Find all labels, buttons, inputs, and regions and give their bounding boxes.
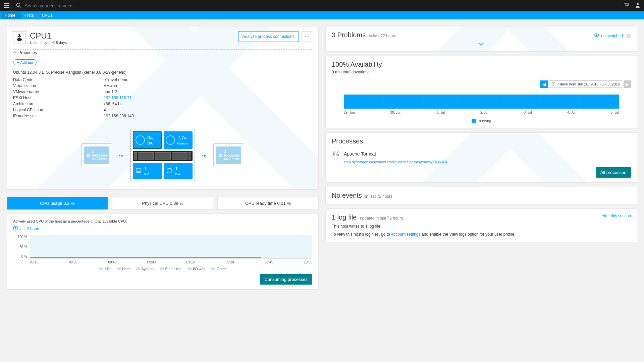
topbar (0, 0, 644, 11)
svg-rect-2 (625, 3, 629, 5)
tab-1[interactable]: Physical CPU 0.38 % (112, 197, 213, 209)
availability-title: 100% Availability (332, 61, 631, 68)
availability-sub: 0 min total downtime. (332, 70, 631, 74)
disk-tile[interactable]: 1Disk (164, 163, 193, 179)
crumb-home[interactable]: Home (1, 12, 20, 19)
process-name: Apache Tomcat (344, 151, 376, 157)
chart-plot-area (30, 235, 312, 258)
memory-tile[interactable]: 17%Memory (164, 131, 193, 149)
cpu-tile[interactable]: 0%CPU (133, 131, 162, 149)
prev-range-button[interactable]: ◀ (540, 80, 548, 88)
svg-point-8 (19, 37, 20, 37)
processes-title: Processes (332, 137, 631, 145)
host-title: CPU1 (30, 31, 234, 41)
property-row: Logical CPU cores4 (13, 107, 312, 113)
info-icon[interactable]: i (626, 34, 631, 38)
windows-icon[interactable] (624, 3, 629, 9)
arrow-icon: •·▸ (119, 153, 124, 158)
host-details-panel: CPU1 Uptime: over 418 days Analyze proce… (7, 26, 319, 190)
svg-point-13 (596, 35, 597, 36)
cpu-chart-panel: Actively used CPU of the host as a perce… (7, 214, 319, 290)
host-uptime: Uptime: over 418 days (30, 41, 234, 45)
all-processes-button[interactable]: All processes (596, 167, 631, 178)
crumb-current: CPU1 (39, 12, 57, 19)
tab-0[interactable]: CPU usage 0.2 % (7, 197, 108, 209)
clock-icon (13, 226, 18, 232)
legend-item[interactable]: User (117, 267, 130, 271)
analyze-connections-button[interactable]: Analyze process connections (238, 31, 299, 42)
tab-2[interactable]: CPU ready time 0.01 % (217, 197, 319, 209)
property-value: eTravel-demo (104, 77, 128, 82)
consuming-processes-button[interactable]: Consuming processes (260, 274, 312, 285)
downstream-processes[interactable]: ▦ 3 Processeson 2 hosts (213, 143, 244, 167)
legend-item[interactable]: Other (211, 267, 226, 271)
user-icon[interactable] (635, 3, 640, 9)
problems-panel: 3 Problems in last 72 hours not watched … (325, 26, 637, 52)
account-settings-link[interactable]: Account settings (391, 232, 420, 237)
process-item[interactable]: Apache Tomcat (332, 150, 631, 158)
legend-item[interactable]: System (136, 267, 154, 271)
clock-icon (551, 82, 555, 86)
logs-sub: updated in last 72 hours (360, 216, 403, 221)
logs-line2c: and enable the View logs option for your… (420, 232, 515, 237)
smartscape-diagram: ▦ 2 Processeson 1 hosts •·▸ 0%CPU 17%Mem… (13, 129, 312, 181)
host-os-icon (13, 31, 26, 44)
nic-tile[interactable]: 1NIC (133, 163, 162, 179)
server-graphic (133, 151, 193, 161)
watch-toggle[interactable]: not watched (594, 33, 623, 38)
plus-icon: + (17, 60, 19, 64)
events-sub: in last 72 hours (365, 194, 392, 199)
svg-rect-9 (136, 168, 141, 171)
hamburger-icon[interactable] (4, 3, 9, 9)
eye-icon (594, 33, 599, 38)
svg-point-6 (18, 35, 19, 36)
processes-panel: Processes Apache Tomcat com.dynatrace.ea… (325, 132, 637, 183)
upstream-processes[interactable]: ▦ 2 Processeson 1 hosts (81, 143, 112, 167)
property-key: VMware name (13, 89, 104, 94)
property-row: IP addresses192.168.238.143 (13, 113, 312, 119)
crumb-hosts[interactable]: Hosts (20, 12, 39, 19)
availability-legend: Running (332, 119, 631, 123)
add-tag-button[interactable]: +Add tag (13, 59, 37, 65)
svg-point-7 (20, 35, 21, 36)
expand-problems[interactable] (332, 42, 631, 47)
svg-point-0 (17, 3, 20, 6)
property-key: Architecture (13, 102, 104, 106)
problems-sub: in last 72 hours (369, 34, 396, 38)
tomcat-icon (332, 150, 340, 158)
legend-item[interactable]: I/O wait (187, 267, 205, 271)
metric-tabs: CPU usage 0.2 %Physical CPU 0.38 %CPU re… (7, 197, 319, 209)
range-selector[interactable]: 7 days from Jun 28, 2016 - Jul 5, 2016 (549, 80, 622, 88)
svg-point-3 (637, 3, 639, 5)
properties-toggle[interactable]: Properties (13, 49, 312, 56)
svg-point-5 (17, 38, 22, 41)
property-row: Architecturex86, 64-bit (13, 101, 312, 107)
property-row: VMware namecpu-1-2 (13, 89, 312, 95)
logs-line2a: To view this host's log files, go to (332, 232, 391, 237)
svg-point-15 (334, 154, 335, 154)
chevron-up-icon (13, 50, 16, 55)
property-value[interactable]: 192.168.118.71 (104, 96, 131, 100)
events-panel: No events in last 72 hours (325, 187, 637, 204)
property-row: ESXi Host192.168.118.71 (13, 95, 312, 101)
process-detail-link[interactable]: com.dynatrace.easytravel.cmdlauncher.jar… (344, 160, 631, 164)
search-icon (16, 3, 21, 9)
availability-panel: 100% Availability 0 min total downtime. … (325, 56, 637, 128)
hide-section-link[interactable]: Hide this section (601, 214, 631, 218)
property-key: Data Center (13, 77, 104, 82)
process-icon: ▦ (87, 154, 90, 157)
property-key: IP addresses (13, 114, 104, 118)
problems-title: 3 Problems (332, 31, 366, 39)
search-input[interactable] (25, 3, 624, 8)
more-actions-button[interactable]: ⋯ (302, 31, 312, 42)
logs-title: 1 log file (332, 214, 357, 221)
next-range-button[interactable]: ▶ (624, 80, 631, 88)
os-description: Ubuntu 12.04.3 LTS, Precise Pangolin (ke… (13, 70, 312, 75)
svg-rect-1 (624, 3, 627, 6)
property-key: Logical CPU cores (13, 108, 104, 112)
property-row: Data CentereTravel-demo (13, 77, 312, 83)
legend-item[interactable]: Steal time (160, 267, 181, 271)
property-value: 4 (104, 108, 106, 112)
timerange-selector[interactable]: last 2 hours (13, 226, 312, 232)
legend-item[interactable]: Idle (99, 267, 111, 271)
